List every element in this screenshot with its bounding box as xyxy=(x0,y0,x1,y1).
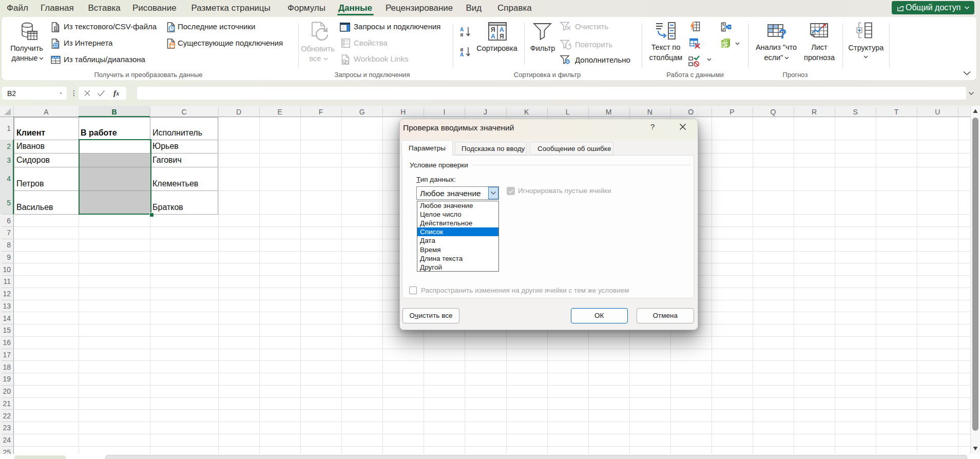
svg-text:я: я xyxy=(460,32,464,37)
svg-text:?: ? xyxy=(779,26,787,42)
svg-text:А: А xyxy=(460,52,464,58)
svg-text:J: J xyxy=(723,43,725,48)
svg-text:Я: Я xyxy=(499,33,504,40)
svg-text:А: А xyxy=(491,33,495,40)
svg-text:А: А xyxy=(499,26,504,33)
svg-text:Я: Я xyxy=(491,26,495,33)
